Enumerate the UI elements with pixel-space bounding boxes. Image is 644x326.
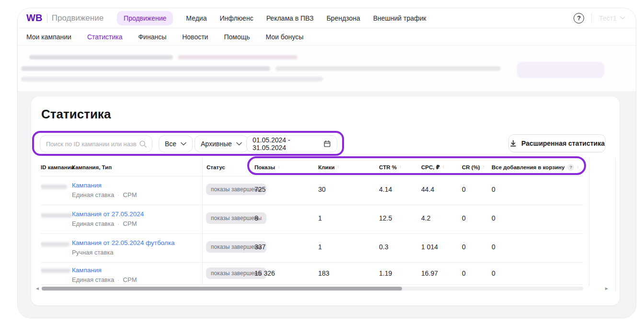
cell-cr: 0 [458,205,487,233]
sort-asc-icon[interactable] [576,164,579,170]
card-right-divider [615,158,616,291]
status-column-divider [202,158,203,285]
cell-ctr: 1.19 [375,263,417,284]
campaign-link[interactable]: Кампания от 27.05.2024 [72,210,202,218]
cell-clicks: 1 [314,205,375,233]
search-input[interactable] [46,140,137,148]
sort-asc-icon[interactable] [277,164,280,170]
nav-item-influence[interactable]: Инфлюенс [219,14,253,22]
nav-item-prodvizhenie[interactable]: Продвижение [117,11,173,25]
column-header-cr[interactable]: CR (%) [458,164,487,170]
download-icon [509,140,517,147]
column-header-status: Статус [202,164,250,170]
campaign-type: Единая ставкаCPM [72,276,202,283]
cell-cr: 0 [458,263,487,284]
campaign-type: Единая ставкаCPM [72,191,202,198]
column-header-clicks[interactable]: Клики [314,164,375,170]
date-range-picker[interactable]: 01.05.2024 - 31.05.2024 [246,135,337,152]
topbar-divider [591,13,592,23]
cell-cart-adds: 0 [487,176,583,205]
page-content: Статистика Все Архивные 01.05.2024 - 31.… [18,92,636,318]
subnav-item-news[interactable]: Новости [182,33,208,41]
campaign-type: Ручная ставка [72,249,202,256]
banner-text-skeleton [29,55,173,59]
campaign-id-redacted [41,213,72,218]
nav-item-reklama-pvz[interactable]: Реклама в ПВЗ [266,14,314,22]
scroll-right-icon[interactable] [604,286,609,291]
banner-text-skeleton [178,55,298,59]
chevron-down-icon [236,142,242,146]
nav-item-external-traffic[interactable]: Внешний трафик [373,14,426,22]
nav-item-media[interactable]: Медиа [186,14,207,22]
sort-asc-icon[interactable] [337,164,339,170]
cell-clicks: 1 [314,234,375,262]
help-circle-icon[interactable]: ? [567,164,574,171]
promo-banner-redacted [18,46,636,92]
subnav-item-statistics[interactable]: Статистика [87,33,123,41]
dot-separator [114,220,123,227]
scroll-left-icon[interactable] [35,286,40,291]
sort-asc-icon[interactable] [483,164,485,170]
page-title: Статистика [41,107,111,122]
banner-text-skeleton [21,77,323,82]
cell-cpc: 44.4 [417,176,458,205]
sort-asc-icon[interactable] [442,164,445,170]
statistics-card: Статистика Все Архивные 01.05.2024 - 31.… [31,96,620,305]
table-row: Кампания от 22.05.2024 футболка Ручная с… [41,234,583,263]
cell-cpc: 1 014 [417,234,458,262]
column-header-shows[interactable]: Показы [250,164,314,170]
status-filter-value: Архивные [201,140,232,148]
type-filter-dropdown[interactable]: Все [159,135,193,152]
campaign-type: Единая ставкаCPM [72,220,202,227]
screenshot-canvas: WB Продвижение Продвижение Медиа Инфлюен… [0,0,644,326]
subnav-item-my-bonuses[interactable]: Мои бонусы [266,33,304,41]
column-header-cpc[interactable]: CPC, ₽ [417,164,458,171]
cell-cr: 0 [458,234,487,262]
scrollbar-thumb[interactable] [42,287,402,291]
subnav-item-my-campaigns[interactable]: Мои кампании [26,33,71,41]
campaign-search-field[interactable] [40,135,152,152]
cell-cpc: 16.97 [417,263,458,284]
cell-clicks: 183 [314,263,375,284]
calendar-icon [323,140,331,148]
campaign-link[interactable]: Кампания [72,182,202,189]
user-name: Тест1 [599,14,617,22]
user-menu[interactable]: Тест1 [599,14,625,22]
cell-shows: 725 [250,176,314,205]
cell-shows: 8 [250,205,314,233]
column-header-cart-adds[interactable]: Все добавления в корзину? [487,164,583,171]
table-row: Кампания от 27.05.2024 Единая ставкаCPM … [41,205,583,234]
subnav-item-help[interactable]: Помощь [224,33,250,41]
campaign-id-redacted [41,242,69,246]
top-navigation-bar: WB Продвижение Продвижение Медиа Инфлюен… [18,8,636,28]
cell-ctr: 0.3 [375,234,417,262]
cell-shows: 337 [250,234,314,262]
table-row: Кампания Единая ставкаCPM показы заверше… [41,263,583,285]
advanced-statistics-label: Расширенная статистика [521,140,605,147]
wb-logo: WB [26,12,43,23]
cell-cart-adds: 0 [487,234,583,262]
campaign-link[interactable]: Кампания от 22.05.2024 футболка [72,239,202,246]
status-filter-dropdown[interactable]: Архивные [195,135,248,152]
advanced-statistics-button[interactable]: Расширенная статистика [508,134,606,152]
subnav-item-finances[interactable]: Финансы [138,33,166,41]
cell-cart-adds: 0 [487,263,583,284]
nav-item-brendzona[interactable]: Брендзона [326,14,360,22]
table-row: Кампания Единая ставкаCPM показы заверше… [41,176,583,205]
campaign-link[interactable]: Кампания [72,267,202,274]
banner-action-button-redacted[interactable] [517,62,604,78]
dot-separator [114,276,123,283]
cell-ctr: 4.14 [375,176,417,205]
horizontal-scrollbar[interactable] [31,285,620,292]
topbar-right: Тест1 [574,13,625,23]
banner-text-skeleton [276,66,501,71]
scrollbar-track[interactable] [42,287,583,291]
brand: WB Продвижение [26,12,104,23]
column-header-ctr[interactable]: CTR % [375,164,417,170]
table-right-divider [589,158,589,286]
help-question-icon[interactable] [574,13,584,23]
sort-asc-icon[interactable] [399,164,402,170]
main-nav: Продвижение Медиа Инфлюенс Реклама в ПВЗ… [117,11,426,25]
dot-separator [114,191,123,198]
cell-cr: 0 [458,176,487,205]
